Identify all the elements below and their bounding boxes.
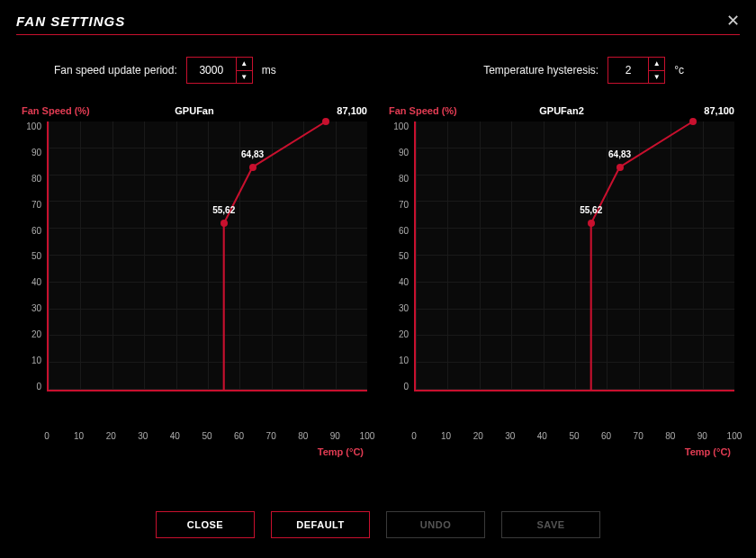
chart-header: Fan Speed (%) GPUFan2 87,100 bbox=[389, 105, 734, 122]
y-ticks: 1009080706050403020100 bbox=[389, 122, 414, 392]
x-ticks: 0102030405060708090100 bbox=[414, 428, 734, 441]
chevron-up-icon[interactable]: ▲ bbox=[237, 58, 252, 70]
plot[interactable]: 55,6264,83 bbox=[414, 122, 734, 392]
chart-area: 1009080706050403020100 55,6264,83 bbox=[389, 122, 734, 428]
x-axis-label: Temp (°C) bbox=[389, 446, 734, 457]
header-divider bbox=[16, 34, 740, 35]
curve-point[interactable] bbox=[322, 118, 329, 125]
curve-point[interactable] bbox=[220, 220, 228, 227]
plot[interactable]: 55,6264,83 bbox=[47, 122, 367, 392]
hysteresis-input[interactable] bbox=[608, 58, 648, 83]
last-point-label: 87,100 bbox=[337, 105, 367, 116]
point-label: 64,83 bbox=[241, 148, 264, 158]
save-button[interactable]: SAVE bbox=[501, 511, 600, 538]
last-point-label: 87,100 bbox=[704, 105, 734, 116]
x-ticks: 0102030405060708090100 bbox=[47, 428, 367, 441]
curve-point[interactable] bbox=[249, 164, 256, 171]
chart-gpufan: Fan Speed (%) GPUFan 87,100 100908070605… bbox=[22, 105, 367, 457]
chevron-down-icon[interactable]: ▼ bbox=[649, 70, 664, 84]
update-period-unit: ms bbox=[262, 64, 276, 76]
point-label: 64,83 bbox=[608, 148, 631, 158]
update-period-group: Fan speed update period: ▲ ▼ ms bbox=[54, 57, 276, 84]
curve-point[interactable] bbox=[689, 118, 697, 125]
chart-area: 1009080706050403020100 55,6264,83 bbox=[22, 122, 367, 428]
chevron-up-icon[interactable]: ▲ bbox=[649, 58, 664, 70]
hysteresis-spinbox[interactable]: ▲ ▼ bbox=[608, 57, 665, 84]
footer-buttons: CLOSE DEFAULT UNDO SAVE bbox=[0, 511, 756, 538]
point-label: 55,62 bbox=[580, 205, 602, 215]
y-ticks: 1009080706050403020100 bbox=[22, 122, 47, 392]
update-period-label: Fan speed update period: bbox=[54, 64, 177, 76]
charts: Fan Speed (%) GPUFan 87,100 100908070605… bbox=[0, 105, 756, 457]
controls-row: Fan speed update period: ▲ ▼ ms Temperat… bbox=[0, 57, 756, 105]
window-title: FAN SETTINGS bbox=[16, 14, 125, 29]
chevron-down-icon[interactable]: ▼ bbox=[237, 70, 252, 84]
update-period-spinbox[interactable]: ▲ ▼ bbox=[186, 57, 253, 84]
close-button[interactable]: CLOSE bbox=[156, 511, 255, 538]
y-axis-label: Fan Speed (%) bbox=[389, 105, 457, 116]
chart-gpufan2: Fan Speed (%) GPUFan2 87,100 10090807060… bbox=[389, 105, 734, 457]
undo-button[interactable]: UNDO bbox=[386, 511, 485, 538]
update-period-arrows: ▲ ▼ bbox=[236, 58, 252, 83]
hysteresis-unit: °c bbox=[674, 64, 684, 76]
hysteresis-label: Temperature hysteresis: bbox=[483, 64, 598, 76]
chart-title: GPUFan bbox=[175, 105, 213, 116]
curve-point[interactable] bbox=[616, 164, 624, 171]
update-period-input[interactable] bbox=[187, 58, 236, 83]
chart-title: GPUFan2 bbox=[539, 105, 584, 116]
hysteresis-arrows: ▲ ▼ bbox=[648, 58, 664, 83]
default-button[interactable]: DEFAULT bbox=[271, 511, 370, 538]
x-axis-label: Temp (°C) bbox=[22, 446, 367, 457]
fan-settings-window: FAN SETTINGS ✕ Fan speed update period: … bbox=[0, 0, 756, 558]
close-icon[interactable]: ✕ bbox=[726, 13, 740, 29]
y-axis-label: Fan Speed (%) bbox=[22, 105, 90, 116]
header: FAN SETTINGS ✕ bbox=[0, 0, 756, 34]
hysteresis-group: Temperature hysteresis: ▲ ▼ °c bbox=[483, 57, 684, 84]
chart-header: Fan Speed (%) GPUFan 87,100 bbox=[22, 105, 367, 122]
point-label: 55,62 bbox=[212, 205, 235, 215]
curve-point[interactable] bbox=[588, 220, 595, 227]
